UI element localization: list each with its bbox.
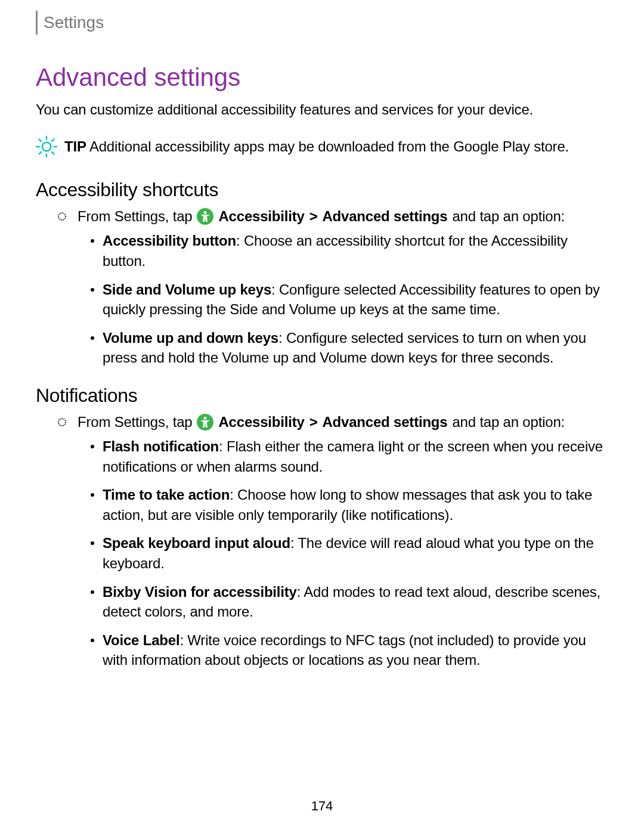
svg-point-9 xyxy=(58,213,66,220)
step-prefix: From Settings, tap xyxy=(78,208,192,225)
tip-callout: TIP Additional accessibility apps may be… xyxy=(36,136,608,157)
item-title: Flash notification xyxy=(103,438,219,454)
breadcrumb-bar xyxy=(36,11,38,35)
bullet-icon xyxy=(91,493,94,497)
lightbulb-icon xyxy=(36,136,57,157)
intro-paragraph: You can customize additional accessibili… xyxy=(36,100,608,119)
step-path-1: Accessibility xyxy=(218,414,304,431)
tip-text: TIP Additional accessibility apps may be… xyxy=(64,138,569,155)
list-item: Flash notification: Flash either the cam… xyxy=(91,436,608,476)
svg-line-8 xyxy=(52,140,54,141)
shortcuts-list: Accessibility button: Choose an accessib… xyxy=(91,231,608,368)
svg-line-5 xyxy=(39,140,41,141)
svg-point-11 xyxy=(204,211,207,214)
bullet-icon xyxy=(91,639,94,642)
step-separator: > xyxy=(309,414,318,431)
breadcrumb: Settings xyxy=(36,11,608,35)
item-title: Bixby Vision for accessibility xyxy=(103,584,297,600)
breadcrumb-text: Settings xyxy=(44,13,104,32)
tip-label: TIP xyxy=(64,138,86,154)
accessibility-icon xyxy=(197,414,213,431)
svg-point-0 xyxy=(42,143,51,151)
item-title: Side and Volume up keys xyxy=(103,281,271,298)
page-number: 174 xyxy=(0,798,644,814)
list-item: Accessibility button: Choose an accessib… xyxy=(91,231,608,271)
tip-body: Additional accessibility apps may be dow… xyxy=(89,138,569,154)
step-path-2: Advanced settings xyxy=(322,208,447,225)
step-suffix: and tap an option: xyxy=(452,414,565,431)
item-title: Time to take action xyxy=(103,487,230,503)
item-title: Voice Label xyxy=(103,632,179,648)
section-heading-notifications: Notifications xyxy=(36,385,608,407)
step-suffix: and tap an option: xyxy=(452,208,565,225)
list-item: Time to take action: Choose how long to … xyxy=(91,485,608,525)
bullet-icon xyxy=(91,239,94,243)
svg-line-6 xyxy=(52,152,54,154)
list-item: Speak keyboard input aloud: The device w… xyxy=(91,533,608,573)
ring-bullet-icon xyxy=(57,417,67,427)
bullet-icon xyxy=(91,590,94,594)
item-title: Accessibility button xyxy=(103,233,236,249)
notifications-list: Flash notification: Flash either the cam… xyxy=(91,436,608,670)
ring-bullet-icon xyxy=(57,212,67,221)
bullet-icon xyxy=(91,288,94,292)
bullet-icon xyxy=(91,445,94,448)
bullet-icon xyxy=(91,541,94,545)
list-item: Side and Volume up keys: Configure selec… xyxy=(91,280,608,320)
svg-point-12 xyxy=(58,419,66,426)
item-title: Speak keyboard input aloud xyxy=(103,535,290,551)
accessibility-icon xyxy=(197,208,213,225)
section-heading-shortcuts: Accessibility shortcuts xyxy=(36,179,608,201)
step-separator: > xyxy=(309,208,318,225)
list-item: Voice Label: Write voice recordings to N… xyxy=(91,630,608,670)
item-title: Volume up and down keys xyxy=(103,330,278,346)
step-instruction-shortcuts: From Settings, tap Accessibility > Advan… xyxy=(57,208,608,225)
svg-point-14 xyxy=(204,417,207,420)
step-instruction-notifications: From Settings, tap Accessibility > Advan… xyxy=(57,414,608,431)
step-prefix: From Settings, tap xyxy=(78,414,192,431)
bullet-icon xyxy=(91,336,94,340)
list-item: Bixby Vision for accessibility: Add mode… xyxy=(91,582,608,622)
step-path-1: Accessibility xyxy=(218,208,304,225)
step-path-2: Advanced settings xyxy=(322,414,447,431)
svg-line-7 xyxy=(39,152,41,154)
list-item: Volume up and down keys: Configure selec… xyxy=(91,328,608,368)
page-title: Advanced settings xyxy=(36,63,608,92)
